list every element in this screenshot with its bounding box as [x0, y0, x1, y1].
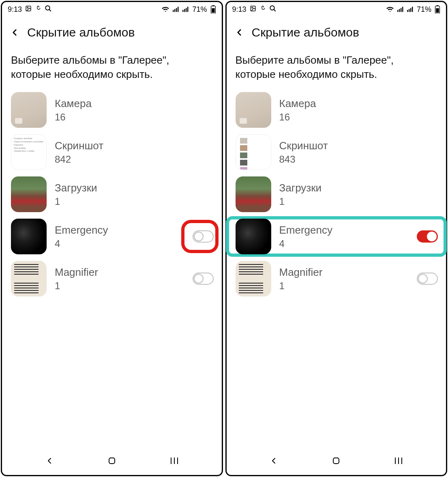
svg-rect-7: [178, 7, 178, 12]
app-header: Скрытие альбомов: [2, 17, 222, 43]
battery-icon: [435, 5, 440, 13]
svg-point-20: [251, 7, 253, 8]
svg-rect-10: [186, 8, 186, 12]
battery-percent: 71%: [417, 5, 431, 14]
album-row-screenshots[interactable]: Создать альбом Скрыть/показать альбомы К…: [2, 131, 222, 173]
svg-rect-17: [174, 458, 175, 464]
nav-recents-icon[interactable]: [166, 453, 182, 469]
status-time: 9:13: [232, 5, 247, 14]
page-title: Скрытие альбомов: [252, 26, 360, 39]
album-row-emergency[interactable]: Emergency 4: [227, 215, 446, 258]
svg-rect-27: [407, 10, 408, 12]
svg-line-3: [49, 9, 51, 11]
album-row-magnifier[interactable]: Magnifier 1: [227, 258, 446, 300]
album-thumbnail: [236, 261, 271, 297]
svg-rect-26: [402, 7, 403, 12]
album-name: Emergency: [279, 224, 409, 236]
svg-rect-8: [182, 10, 183, 12]
battery-percent: 71%: [192, 5, 207, 14]
svg-rect-4: [173, 10, 174, 12]
back-icon[interactable]: [234, 27, 244, 38]
page-subtitle: Выберите альбомы в "Галерее", которые не…: [2, 43, 222, 89]
svg-rect-36: [398, 458, 399, 464]
album-count: 1: [55, 280, 184, 292]
album-row-downloads[interactable]: Загрузки 1: [227, 173, 446, 215]
album-thumbnail: [236, 92, 271, 128]
nav-back-icon[interactable]: [41, 453, 58, 469]
album-thumbnail: [236, 176, 271, 212]
album-row-emergency[interactable]: Emergency 4: [2, 215, 222, 258]
nav-recents-icon[interactable]: [390, 453, 407, 469]
wifi-icon: [161, 6, 169, 13]
album-name: Камера: [55, 97, 214, 110]
page-subtitle: Выберите альбомы в "Галерее", которые не…: [227, 43, 446, 89]
album-count: 4: [55, 238, 184, 249]
album-list: Камера 16 Создать альбом Скрыть/показать…: [2, 89, 222, 300]
hook-icon: [259, 5, 266, 14]
svg-rect-14: [212, 8, 214, 13]
nav-back-icon[interactable]: [266, 453, 282, 469]
album-thumbnail: [11, 261, 47, 297]
svg-rect-11: [187, 7, 188, 12]
back-icon[interactable]: [9, 27, 20, 38]
signal-icon: [397, 6, 404, 12]
phone-screen-left: 9:13 71%: [1, 1, 223, 476]
album-count: 843: [279, 154, 438, 165]
search-icon: [269, 5, 277, 14]
svg-rect-23: [397, 10, 398, 12]
album-thumbnail: [236, 134, 271, 170]
svg-rect-28: [409, 9, 409, 12]
album-count: 1: [279, 196, 438, 207]
status-bar: 9:13 71%: [227, 2, 446, 17]
page-title: Скрытие альбомов: [27, 26, 135, 39]
svg-rect-35: [395, 458, 396, 464]
svg-rect-37: [401, 458, 402, 464]
phone-screen-right: 9:13 71%: [225, 1, 448, 476]
album-count: 1: [55, 196, 214, 207]
hide-toggle[interactable]: [417, 273, 438, 285]
album-name: Emergency: [55, 224, 184, 236]
svg-rect-25: [401, 8, 401, 12]
svg-rect-29: [410, 8, 411, 12]
album-row-downloads[interactable]: Загрузки 1: [2, 173, 222, 215]
hide-toggle[interactable]: [417, 230, 438, 243]
album-thumbnail: [236, 219, 271, 254]
album-thumbnail: Создать альбом Скрыть/показать альбомы К…: [11, 134, 47, 170]
svg-rect-33: [436, 8, 439, 13]
album-row-screenshots[interactable]: Скриншот 843: [227, 131, 446, 173]
album-row-magnifier[interactable]: Magnifier 1: [2, 258, 222, 300]
status-time: 9:13: [8, 5, 22, 14]
album-row-camera[interactable]: Камера 16: [2, 89, 222, 131]
svg-rect-34: [333, 458, 339, 464]
album-count: 16: [55, 112, 214, 123]
image-icon: [250, 5, 256, 14]
album-count: 16: [279, 112, 438, 123]
app-header: Скрытие альбомов: [227, 17, 446, 43]
status-bar: 9:13 71%: [2, 2, 222, 17]
album-thumbnail: [11, 92, 47, 128]
album-list: Камера 16 Скриншот 843 Загрузки 1 Emerge…: [227, 89, 446, 300]
svg-rect-18: [177, 458, 178, 464]
signal-icon-2: [407, 6, 414, 12]
hide-toggle[interactable]: [193, 273, 214, 285]
album-thumbnail: [11, 176, 47, 212]
svg-rect-15: [109, 458, 115, 464]
album-count: 4: [279, 238, 409, 249]
album-count: 842: [55, 154, 214, 165]
album-name: Magnifier: [55, 266, 184, 279]
album-count: 1: [279, 280, 409, 292]
album-name: Скриншот: [279, 140, 438, 152]
svg-rect-30: [412, 7, 413, 12]
hide-toggle[interactable]: [193, 230, 214, 243]
album-name: Magnifier: [279, 266, 409, 279]
svg-rect-24: [399, 9, 400, 12]
album-name: Камера: [279, 97, 438, 110]
album-row-camera[interactable]: Камера 16: [227, 89, 446, 131]
nav-home-icon[interactable]: [104, 453, 120, 469]
nav-home-icon[interactable]: [328, 453, 344, 469]
album-name: Загрузки: [55, 182, 214, 194]
svg-point-21: [270, 6, 274, 10]
svg-rect-6: [176, 8, 177, 12]
svg-point-1: [27, 7, 28, 8]
signal-icon-2: [182, 6, 189, 12]
